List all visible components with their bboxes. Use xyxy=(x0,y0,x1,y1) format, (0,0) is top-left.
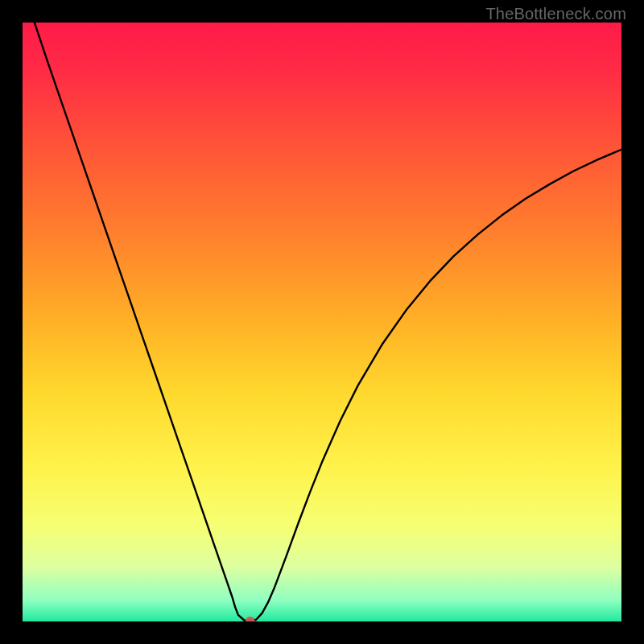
chart-svg xyxy=(23,23,621,621)
gradient-background xyxy=(23,23,621,621)
plot-area xyxy=(23,23,621,621)
chart-container: TheBottleneck.com xyxy=(0,0,644,644)
watermark-text: TheBottleneck.com xyxy=(485,5,626,23)
